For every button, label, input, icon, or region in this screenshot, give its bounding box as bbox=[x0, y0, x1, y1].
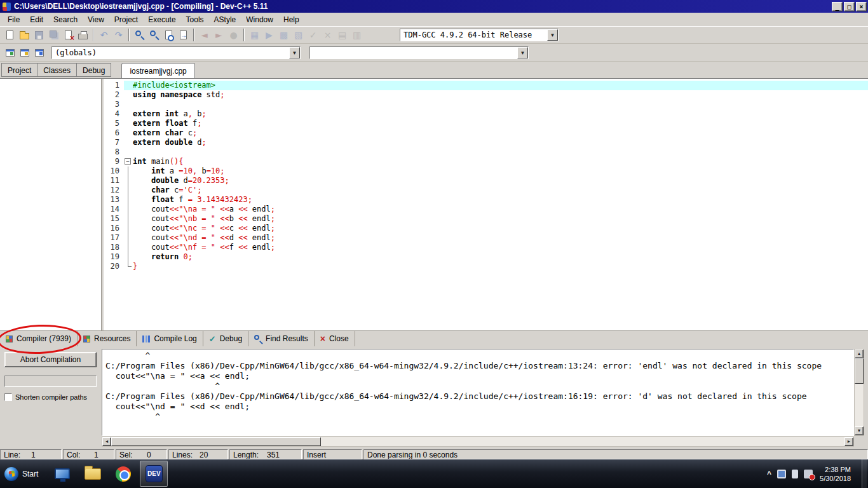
compiler-select[interactable]: TDM-GCC 4.9.2 64-bit Release ▼ bbox=[400, 29, 559, 41]
menu-astyle[interactable]: AStyle bbox=[209, 13, 241, 26]
devcpp-taskbar-button[interactable]: DEV bbox=[140, 461, 168, 487]
line-number[interactable]: 7 bbox=[104, 138, 124, 147]
code-text[interactable]: } bbox=[133, 262, 868, 271]
code-text[interactable]: extern char c; bbox=[133, 128, 868, 138]
print-button[interactable] bbox=[76, 28, 90, 43]
find-button[interactable] bbox=[132, 28, 147, 43]
code-text[interactable]: cout<<"\nf = " <<f << endl; bbox=[133, 243, 868, 252]
shorten-paths-checkbox[interactable] bbox=[4, 393, 12, 401]
resources-tab[interactable]: Resources bbox=[78, 331, 137, 346]
menu-window[interactable]: Window bbox=[241, 13, 278, 26]
goto-bookmark-button[interactable] bbox=[32, 45, 46, 60]
compile-button[interactable]: ▦ bbox=[247, 28, 262, 43]
insert-snippet-button[interactable] bbox=[3, 45, 17, 60]
code-text[interactable]: extern double d; bbox=[133, 138, 868, 147]
line-number[interactable]: 14 bbox=[104, 205, 124, 214]
redo-button[interactable]: ↷ bbox=[111, 28, 126, 43]
chrome-taskbar-button[interactable] bbox=[109, 461, 137, 487]
run-button[interactable]: ▶ bbox=[262, 28, 276, 43]
code-text[interactable]: cout<<"\nc = " <<c << endl; bbox=[133, 224, 868, 233]
members-select[interactable]: ▼ bbox=[309, 46, 529, 59]
code-text[interactable] bbox=[133, 100, 868, 109]
run-to-cursor-button[interactable]: ● bbox=[226, 28, 241, 43]
menu-file[interactable]: File bbox=[3, 13, 25, 26]
line-number[interactable]: 11 bbox=[104, 176, 124, 186]
chevron-down-icon[interactable]: ▼ bbox=[289, 47, 300, 58]
code-text[interactable]: float f = 3.143432423; bbox=[133, 195, 868, 205]
find-results-tab[interactable]: Find Results bbox=[248, 331, 315, 346]
show-desktop-button[interactable] bbox=[862, 459, 867, 488]
chevron-down-icon[interactable]: ▼ bbox=[547, 29, 558, 41]
line-number[interactable]: 6 bbox=[104, 128, 124, 138]
code-text[interactable]: cout<<"\nb = " <<b << endl; bbox=[133, 214, 868, 224]
line-number[interactable]: 1 bbox=[104, 81, 124, 90]
syntax-check-button[interactable]: ✓ bbox=[306, 28, 320, 43]
line-number[interactable]: 19 bbox=[104, 252, 124, 262]
open-file-button[interactable] bbox=[17, 28, 32, 43]
editor-tab[interactable]: iostreamjjvgj.cpp bbox=[121, 63, 194, 78]
line-number[interactable]: 13 bbox=[104, 195, 124, 205]
find-in-files-button[interactable] bbox=[161, 28, 176, 43]
horizontal-scroll-thumb[interactable] bbox=[111, 437, 321, 446]
compiler-log-output[interactable]: ^C:/Program Files (x86)/Dev-Cpp/MinGW64/… bbox=[102, 349, 854, 436]
tray-volume-icon[interactable] bbox=[804, 470, 813, 478]
line-number[interactable]: 20 bbox=[104, 262, 124, 271]
taskbar-clock[interactable]: 2:38 PM 5/30/2018 bbox=[818, 465, 856, 483]
line-number[interactable]: 18 bbox=[104, 243, 124, 252]
menu-execute[interactable]: Execute bbox=[143, 13, 180, 26]
back-button[interactable]: ◄ bbox=[197, 28, 212, 43]
code-text[interactable]: extern float f; bbox=[133, 119, 868, 128]
explorer-taskbar-button[interactable] bbox=[48, 461, 76, 487]
globals-select[interactable]: (globals) ▼ bbox=[51, 46, 301, 59]
close-file-button[interactable] bbox=[61, 28, 76, 43]
scroll-right-icon[interactable]: ► bbox=[844, 437, 853, 446]
menu-help[interactable]: Help bbox=[278, 13, 304, 26]
compiler-tab[interactable]: Compiler (7939) bbox=[0, 331, 78, 346]
line-number[interactable]: 17 bbox=[104, 233, 124, 243]
tray-display-icon[interactable] bbox=[777, 470, 786, 478]
line-number[interactable]: 8 bbox=[104, 147, 124, 157]
forward-button[interactable]: ► bbox=[212, 28, 226, 43]
scroll-left-icon[interactable]: ◄ bbox=[102, 437, 111, 446]
close-tab[interactable]: ×Close bbox=[315, 331, 355, 346]
chevron-down-icon[interactable]: ▼ bbox=[517, 47, 528, 58]
goto-line-button[interactable] bbox=[176, 28, 191, 43]
line-number[interactable]: 10 bbox=[104, 166, 124, 176]
fold-collapse-icon[interactable]: − bbox=[125, 158, 131, 165]
save-button[interactable] bbox=[32, 28, 46, 43]
tray-expand-icon[interactable]: ^ bbox=[767, 470, 771, 478]
menu-search[interactable]: Search bbox=[48, 13, 83, 26]
profile-button[interactable]: ▤ bbox=[335, 28, 349, 43]
toggle-bookmark-button[interactable] bbox=[17, 45, 32, 60]
menu-tools[interactable]: Tools bbox=[181, 13, 209, 26]
code-text[interactable]: int a =10, b=10; bbox=[133, 166, 868, 176]
restore-button[interactable]: □ bbox=[844, 2, 855, 11]
log-vertical-scrollbar[interactable]: ▲ ▼ bbox=[854, 349, 864, 436]
code-text[interactable]: int main(){ bbox=[133, 157, 868, 166]
code-text[interactable] bbox=[133, 147, 868, 157]
code-text[interactable]: return 0; bbox=[133, 252, 868, 262]
rebuild-all-button[interactable]: ▧ bbox=[291, 28, 306, 43]
menu-view[interactable]: View bbox=[83, 13, 109, 26]
compile-and-run-button[interactable]: ▩ bbox=[276, 28, 291, 43]
new-file-button[interactable] bbox=[3, 28, 17, 43]
debug-tab[interactable]: ✓Debug bbox=[203, 331, 248, 346]
line-number[interactable]: 15 bbox=[104, 214, 124, 224]
line-number[interactable]: 3 bbox=[104, 100, 124, 109]
tab-debug[interactable]: Debug bbox=[77, 64, 111, 76]
compile-log-tab[interactable]: Compile Log bbox=[137, 331, 203, 346]
code-text[interactable]: cout<<"\na = " <<a << endl; bbox=[133, 205, 868, 214]
close-button[interactable]: × bbox=[856, 2, 867, 11]
save-all-button[interactable] bbox=[46, 28, 61, 43]
tray-clipboard-icon[interactable] bbox=[792, 470, 798, 478]
log-horizontal-scrollbar[interactable]: ◄ ► bbox=[102, 437, 854, 447]
line-number[interactable]: 5 bbox=[104, 119, 124, 128]
abort-compilation-button[interactable]: Abort Compilation bbox=[4, 352, 97, 367]
menu-edit[interactable]: Edit bbox=[25, 13, 48, 26]
scroll-up-icon[interactable]: ▲ bbox=[855, 349, 864, 358]
code-text[interactable]: #include<iostream> bbox=[133, 81, 868, 90]
line-number[interactable]: 4 bbox=[104, 109, 124, 119]
line-number[interactable]: 2 bbox=[104, 90, 124, 100]
code-text[interactable]: using namespace std; bbox=[133, 90, 868, 100]
code-text[interactable]: cout<<"\nd = " <<d << endl; bbox=[133, 233, 868, 243]
